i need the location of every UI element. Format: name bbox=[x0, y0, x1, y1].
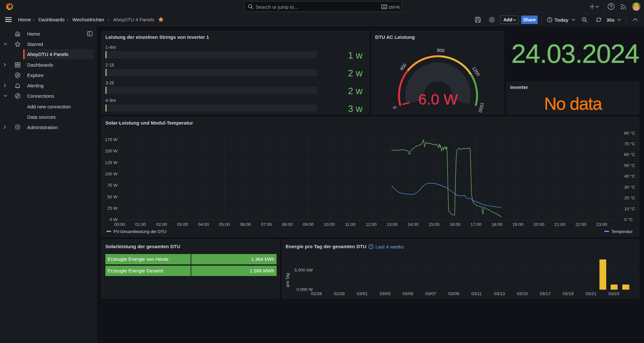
svg-text:400: 400 bbox=[399, 62, 407, 72]
svg-text:05:00: 05:00 bbox=[219, 222, 230, 227]
svg-text:10:00: 10:00 bbox=[324, 222, 335, 227]
svg-text:03/23: 03/23 bbox=[608, 291, 619, 296]
svg-text:70 °C: 70 °C bbox=[624, 141, 635, 146]
svg-text:1200: 1200 bbox=[471, 66, 481, 77]
svg-text:03/01: 03/01 bbox=[357, 291, 368, 296]
svg-text:00:00: 00:00 bbox=[114, 222, 125, 227]
svg-text:0 W: 0 W bbox=[110, 217, 118, 222]
svg-text:150 W: 150 W bbox=[105, 149, 118, 153]
svg-text:02:00: 02:00 bbox=[156, 222, 167, 227]
svg-text:03/21: 03/21 bbox=[586, 291, 596, 296]
svg-text:04:00: 04:00 bbox=[198, 222, 209, 227]
svg-text:80 °C: 80 °C bbox=[624, 131, 635, 136]
svg-text:5.000 kW: 5.000 kW bbox=[294, 268, 313, 272]
svg-text:10 °C: 10 °C bbox=[624, 206, 635, 211]
svg-text:03/07: 03/07 bbox=[425, 291, 436, 296]
svg-text:50 °C: 50 °C bbox=[624, 163, 635, 168]
svg-text:175 W: 175 W bbox=[105, 137, 118, 142]
svg-text:03/11: 03/11 bbox=[471, 291, 482, 296]
svg-text:0.000 W: 0.000 W bbox=[297, 287, 313, 292]
svg-text:800: 800 bbox=[437, 48, 445, 53]
svg-text:0 °C: 0 °C bbox=[624, 217, 633, 222]
svg-text:17:00: 17:00 bbox=[470, 222, 481, 227]
svg-text:11:00: 11:00 bbox=[345, 222, 355, 227]
svg-text:03:00: 03:00 bbox=[177, 222, 188, 227]
svg-text:09:00: 09:00 bbox=[303, 222, 314, 227]
svg-text:20:00: 20:00 bbox=[533, 222, 544, 227]
svg-text:pro Tag: pro Tag bbox=[285, 273, 290, 287]
svg-text:16:00: 16:00 bbox=[449, 222, 460, 227]
svg-text:03/13: 03/13 bbox=[494, 291, 505, 296]
svg-text:20 °C: 20 °C bbox=[624, 195, 635, 200]
svg-text:02/26: 02/26 bbox=[311, 291, 322, 296]
svg-text:01:00: 01:00 bbox=[135, 222, 146, 227]
svg-text:15:00: 15:00 bbox=[428, 222, 439, 227]
svg-text:13:00: 13:00 bbox=[387, 222, 398, 227]
svg-text:03/03: 03/03 bbox=[380, 291, 391, 296]
svg-text:60 °C: 60 °C bbox=[624, 152, 635, 157]
svg-text:03/19: 03/19 bbox=[563, 291, 574, 296]
svg-text:18:00: 18:00 bbox=[491, 222, 502, 227]
svg-text:21:00: 21:00 bbox=[554, 222, 565, 227]
svg-text:100 W: 100 W bbox=[105, 172, 118, 176]
svg-text:14:00: 14:00 bbox=[408, 222, 419, 227]
svg-text:19:00: 19:00 bbox=[512, 222, 523, 227]
svg-text:03/05: 03/05 bbox=[403, 291, 414, 296]
svg-text:125 W: 125 W bbox=[105, 160, 118, 165]
svg-text:02/28: 02/28 bbox=[334, 291, 345, 296]
svg-text:03/15: 03/15 bbox=[517, 291, 528, 296]
svg-text:03/17: 03/17 bbox=[540, 291, 551, 296]
svg-text:07:00: 07:00 bbox=[261, 222, 272, 227]
svg-text:22:00: 22:00 bbox=[575, 222, 586, 227]
svg-text:08:00: 08:00 bbox=[282, 222, 293, 227]
svg-text:12:00: 12:00 bbox=[366, 222, 377, 227]
svg-text:30 °C: 30 °C bbox=[624, 185, 635, 190]
svg-text:40 °C: 40 °C bbox=[624, 174, 635, 179]
svg-text:75 W: 75 W bbox=[107, 183, 118, 188]
svg-text:50 W: 50 W bbox=[107, 194, 118, 199]
svg-text:25 W: 25 W bbox=[107, 206, 118, 211]
svg-text:06:00: 06:00 bbox=[240, 222, 251, 227]
svg-text:03/09: 03/09 bbox=[448, 291, 459, 296]
svg-text:23:00: 23:00 bbox=[596, 222, 607, 227]
